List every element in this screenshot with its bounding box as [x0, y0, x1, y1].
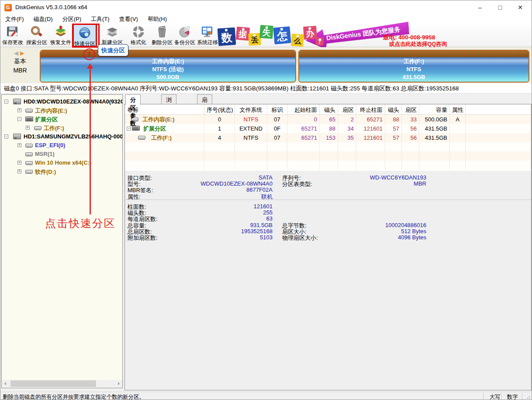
column-header[interactable]: 扇区	[338, 104, 356, 114]
expand-icon[interactable]: +	[17, 161, 21, 165]
expand-icon[interactable]: +	[17, 169, 21, 173]
partition-name: 工作(F:)	[299, 58, 529, 66]
toolbar-button-save[interactable]: 保存更改	[0, 24, 25, 46]
menu-item[interactable]: 文件(F)	[0, 14, 29, 24]
column-header[interactable]: 扇区	[402, 104, 419, 114]
empty-cell	[267, 142, 287, 152]
disk-nav: ◀▶ 基本 MBR	[0, 50, 40, 83]
collapse-icon[interactable]: -	[4, 100, 8, 103]
toolbar-button-new-partition[interactable]: 新建分区	[100, 24, 124, 46]
disk-icon	[13, 134, 21, 139]
expand-icon[interactable]: +	[17, 143, 21, 147]
toolbar-button-search-partition[interactable]: 搜索分区	[24, 24, 49, 46]
tree-item[interactable]: +Win 10 Home x64(C:)	[2, 159, 122, 167]
prev-disk-arrow-icon[interactable]: ◀	[14, 50, 20, 56]
table-row[interactable]: -扩展分区1EXTEND0F6527188341216015756431.5GB	[125, 124, 531, 133]
table-empty-row	[125, 142, 531, 152]
close-button[interactable]: ✕	[511, 0, 530, 14]
empty-cell	[402, 142, 419, 152]
table-cell: 65271	[356, 115, 385, 124]
column-header[interactable]: 文件系统	[235, 104, 267, 114]
detail-value: 1953525168	[193, 228, 273, 234]
tab-3[interactable]: 扇区编辑	[197, 94, 212, 104]
toolbar-button-recover-files[interactable]: 恢复文件	[48, 24, 73, 46]
column-header[interactable]: 磁头	[320, 104, 338, 114]
empty-cell	[267, 161, 287, 170]
menu-bar: 文件(F)磁盘(D)分区(P)工具(T)查看(V)帮助(H)	[0, 14, 532, 24]
tree-item[interactable]: MSR(1)	[2, 150, 122, 159]
table-cell: NTFS	[235, 133, 267, 142]
expand-icon[interactable]: +	[26, 126, 30, 130]
table-row[interactable]: 工作(F:)4NTFS0765271153351216015756431.5GB	[125, 133, 531, 142]
next-disk-arrow-icon[interactable]: ▶	[20, 50, 26, 56]
toolbar-button-format[interactable]: 格式化	[126, 24, 151, 46]
column-header[interactable]: 卷标	[125, 104, 204, 114]
scrollbar-thumb[interactable]	[10, 380, 96, 387]
partition-block-f[interactable]: 工作(F:) NTFS 431.5GB	[298, 50, 529, 83]
table-row[interactable]: 工作内容(E:)0NTFS070652652718833500.0GBA	[125, 115, 531, 124]
ad-tile-hole	[308, 27, 311, 30]
collapse-icon[interactable]: -	[17, 117, 21, 121]
ad-tile: 丢	[248, 33, 261, 45]
table-header-row: 卷标序号(状态)文件系统标识起始柱面磁头扇区终止柱面磁头扇区容量属性	[125, 104, 531, 115]
partition-block-header	[41, 51, 295, 57]
detail-value: 4096 Bytes	[339, 234, 426, 241]
ad-tile: !	[315, 37, 324, 46]
maximize-button[interactable]: □	[491, 0, 510, 14]
tree-item[interactable]: -扩展分区	[2, 115, 122, 124]
ad-banner[interactable]: DiskGenius 团队为您服务 致电: 400-008-9958 或点击此处…	[218, 24, 436, 46]
tree-item[interactable]: -HD0:WDCWD10EZEX-08WN4A0(932G	[2, 97, 122, 106]
format-icon	[131, 25, 145, 39]
toolbar-button-system-migrate[interactable]: 系统迁移	[195, 24, 220, 46]
tree-item-label: Win 10 Home x64(C:)	[35, 159, 91, 166]
tree-item[interactable]: +工作(F:)	[2, 124, 122, 132]
ad-tile-hole	[253, 34, 256, 37]
column-header[interactable]: 终止柱面	[356, 104, 385, 114]
menu-item[interactable]: 磁盘(D)	[29, 14, 58, 24]
tab-1[interactable]: 分区参数	[125, 94, 141, 105]
column-header[interactable]: 属性	[450, 104, 466, 114]
toolbar-button-delete-partition[interactable]: 删除分区	[150, 24, 174, 46]
menu-item[interactable]: 查看(V)	[114, 14, 143, 24]
ad-tile: 失	[259, 25, 273, 39]
detail-value: SATA	[193, 174, 273, 181]
partition-tree-panel: -HD0:WDCWD10EZEX-08WN4A0(932G+工作内容(E:)-扩…	[1, 94, 123, 388]
menu-item[interactable]: 帮助(H)	[143, 14, 172, 24]
empty-cell	[338, 161, 356, 170]
menu-item[interactable]: 分区(P)	[58, 14, 86, 24]
column-header[interactable]: 序号(状态)	[204, 104, 235, 114]
empty-cell	[450, 161, 466, 170]
column-header[interactable]	[466, 104, 531, 114]
column-header[interactable]: 标识	[267, 104, 287, 114]
table-cell: 34	[338, 124, 356, 133]
minimize-button[interactable]: –	[470, 0, 490, 14]
menu-item[interactable]: 工具(T)	[86, 14, 114, 24]
tree-item-label: 软件(D:)	[35, 168, 56, 176]
part-icon	[25, 144, 33, 148]
empty-cell	[125, 152, 204, 161]
tree-item[interactable]: -HD1:SAMSUNGMZVLB256HAHQ-000	[2, 132, 122, 141]
table-empty-row	[125, 152, 531, 161]
table-empty-row	[125, 161, 531, 170]
column-header[interactable]: 容量	[419, 104, 450, 114]
scroll-right-arrow-icon[interactable]: ›	[115, 380, 122, 387]
tree-item[interactable]: +ESP_EFI(0)	[2, 141, 122, 150]
scroll-left-arrow-icon[interactable]: ‹	[2, 380, 9, 387]
quick-partition-tooltip: 快速分区	[98, 44, 128, 56]
expand-icon[interactable]: +	[17, 108, 21, 112]
column-header[interactable]: 磁头	[385, 104, 402, 114]
tree-item[interactable]: +软件(D:)	[2, 167, 122, 176]
resize-grip[interactable]	[526, 395, 530, 399]
partition-block-bar: 工作内容(E:) NTFS (活动) 500.0GB	[41, 57, 295, 82]
table-cell: 500.0GB	[419, 115, 450, 124]
annotation-text: 点击快速分区	[45, 216, 116, 231]
toolbar-button-backup-partition[interactable]: 备份分区	[173, 24, 197, 46]
partition-block-e[interactable]: 工作内容(E:) NTFS (活动) 500.0GB	[40, 50, 296, 83]
tree-horizontal-scrollbar[interactable]: ‹ ›	[2, 380, 122, 387]
extended-partition-header	[299, 51, 529, 57]
collapse-icon[interactable]: -	[4, 134, 8, 138]
diskgenius-window: G DiskGenius V5.3.0.1066 x64 – □ ✕ 文件(F)…	[0, 0, 532, 400]
column-header[interactable]: 起始柱面	[287, 104, 320, 114]
tree-item[interactable]: +工作内容(E:)	[2, 106, 122, 115]
tab-2[interactable]: 浏览文件	[161, 94, 176, 104]
